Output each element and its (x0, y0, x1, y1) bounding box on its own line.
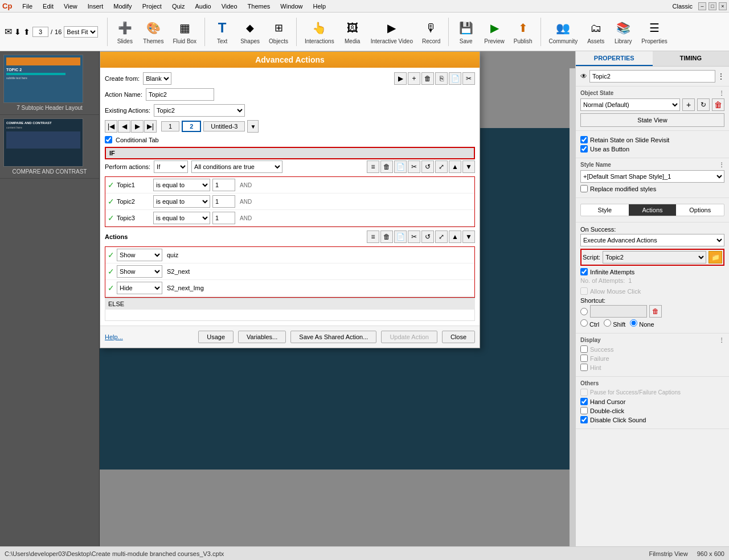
email-icon[interactable]: ✉ (5, 26, 12, 37)
variables-button[interactable]: Variables... (238, 331, 286, 343)
more-options-icon[interactable]: ⋮ (718, 72, 724, 80)
add-action-button[interactable]: + (408, 72, 420, 85)
infinite-attempts-checkbox[interactable] (580, 268, 588, 275)
delete-action-button[interactable]: 🗑 (421, 72, 434, 85)
update-action-button[interactable]: Update Action (381, 331, 437, 343)
create-from-select[interactable]: Blank (143, 72, 171, 85)
cond-val-2[interactable] (212, 195, 235, 208)
panel-tab-timing[interactable]: TIMING (653, 51, 730, 66)
cut-action-button[interactable]: ✂ (462, 72, 475, 85)
folder-button[interactable]: 📁 (708, 251, 722, 263)
filmstrip-item-2[interactable]: COMPARE AND CONTRAST content here COMPAR… (0, 115, 99, 179)
action-name-input[interactable] (146, 88, 214, 101)
act-up-button[interactable]: ▲ (449, 230, 461, 243)
tab-1[interactable]: 1 (161, 121, 179, 131)
menu-edit[interactable]: Edit (38, 2, 58, 11)
maximize-button[interactable]: □ (708, 2, 716, 10)
hint-checkbox[interactable] (580, 364, 588, 371)
canvas-scrollbar[interactable] (570, 51, 575, 546)
menu-insert[interactable]: Insert (83, 2, 108, 11)
scrollbar-thumb[interactable] (570, 51, 575, 68)
refresh-state-button[interactable]: ↻ (697, 98, 710, 111)
act-delete-button[interactable]: 🗑 (380, 230, 393, 243)
delete-state-button[interactable]: 🗑 (712, 98, 724, 111)
cond-up-button[interactable]: ▲ (449, 160, 461, 173)
pause-checkbox[interactable] (580, 389, 588, 396)
cond-op-select-2[interactable]: is equal to (153, 195, 210, 208)
last-tab-button[interactable]: ▶| (144, 120, 157, 133)
act-align-button[interactable]: ≡ (367, 230, 379, 243)
all-conditions-select[interactable]: All conditions are true (191, 160, 282, 173)
close-button[interactable]: × (719, 2, 727, 10)
act-down-button[interactable]: ▼ (462, 230, 475, 243)
cond-op-select-3[interactable]: is equal to (153, 212, 210, 224)
act-select-2[interactable]: Show (117, 265, 162, 278)
toolbar-community[interactable]: 👥 Community (546, 17, 581, 47)
toolbar-fluidbox[interactable]: ▦ Fluid Box (169, 17, 200, 47)
menu-file[interactable]: File (18, 2, 37, 11)
play-action-button[interactable]: ▶ (394, 72, 407, 85)
menu-help[interactable]: Help (308, 2, 330, 11)
first-tab-button[interactable]: |◀ (105, 120, 117, 133)
help-link[interactable]: Help... (105, 333, 123, 340)
toolbar-interactions[interactable]: 👆 Interactions (301, 17, 338, 47)
double-click-checkbox[interactable] (580, 407, 588, 414)
cond-delete-button[interactable]: 🗑 (380, 160, 393, 173)
toolbar-library[interactable]: 📚 Library (611, 17, 636, 47)
cond-down-button[interactable]: ▼ (462, 160, 475, 173)
state-view-button[interactable]: State View (580, 113, 724, 127)
act-copy-button[interactable]: 📄 (394, 230, 407, 243)
allow-mouse-checkbox[interactable] (580, 287, 588, 295)
tab-dropdown[interactable]: ▼ (247, 120, 259, 133)
visibility-icon[interactable]: 👁 (580, 72, 587, 80)
delete-shortcut-button[interactable]: 🗑 (649, 305, 662, 318)
act-expand-button[interactable]: ⤢ (435, 230, 448, 243)
style-name-select[interactable]: +[Default Smart Shape Style]_1 (580, 170, 724, 183)
copy-action-button[interactable]: 📄 (449, 72, 461, 85)
shortcut-none-radio-empty[interactable] (580, 308, 588, 315)
tab-untitled[interactable]: Untitled-3 (203, 121, 245, 131)
act-undo-button[interactable]: ↺ (421, 230, 434, 243)
shortcut-key-input[interactable] (590, 305, 647, 318)
minimize-button[interactable]: – (698, 2, 706, 10)
shift-radio[interactable] (604, 319, 611, 327)
menu-video[interactable]: Video (217, 2, 242, 11)
disable-click-checkbox[interactable] (580, 416, 588, 423)
panel-tab-properties[interactable]: PROPERTIES (576, 51, 653, 66)
ctrl-radio[interactable] (580, 319, 588, 327)
toolbar-save[interactable]: 💾 Save (453, 17, 478, 47)
duplicate-action-button[interactable]: ⎘ (435, 72, 448, 85)
toolbar-objects[interactable]: ⊞ Objects (265, 17, 292, 47)
filmstrip-item-1[interactable]: TOPIC 2 subtitle text here 7 Subtopic He… (0, 51, 99, 115)
on-success-select[interactable]: Execute Advanced Actions (580, 234, 724, 246)
tab-2[interactable]: 2 (182, 121, 201, 132)
up-arrow-icon[interactable]: ⬆ (23, 27, 30, 36)
menu-audio[interactable]: Audio (191, 2, 216, 11)
existing-actions-select[interactable]: Topic2 (154, 104, 245, 117)
toolbar-interactive-video[interactable]: ▶ Interactive Video (367, 17, 416, 47)
close-button[interactable]: Close (442, 331, 475, 343)
menu-project[interactable]: Project (138, 2, 166, 11)
menu-window[interactable]: Window (276, 2, 307, 11)
failure-checkbox[interactable] (580, 355, 588, 362)
fit-mode-select[interactable]: Best Fit (64, 26, 98, 38)
retain-state-checkbox[interactable] (580, 136, 588, 143)
state-select[interactable]: Normal (Default) (580, 98, 680, 111)
usage-button[interactable]: Usage (198, 331, 234, 343)
hand-cursor-checkbox[interactable] (580, 398, 588, 405)
action-tab-actions[interactable]: Actions (629, 204, 677, 216)
down-arrow-icon[interactable]: ⬇ (14, 27, 21, 36)
next-tab-button[interactable]: ▶ (131, 120, 144, 133)
object-name-input[interactable] (589, 70, 715, 83)
toolbar-preview[interactable]: ▶ Preview (481, 17, 508, 47)
toolbar-themes[interactable]: 🎨 Themes (140, 17, 167, 47)
action-tab-style[interactable]: Style (581, 204, 629, 216)
cond-cut-button[interactable]: ✂ (408, 160, 420, 173)
toolbar-text[interactable]: T Text (210, 17, 235, 47)
menu-themes[interactable]: Themes (243, 2, 275, 11)
toolbar-media[interactable]: 🖼 Media (340, 17, 365, 47)
act-select-1[interactable]: Show (117, 249, 162, 261)
cond-copy-button[interactable]: 📄 (394, 160, 407, 173)
perform-actions-select[interactable]: If (154, 160, 188, 173)
none-radio[interactable] (630, 319, 637, 327)
